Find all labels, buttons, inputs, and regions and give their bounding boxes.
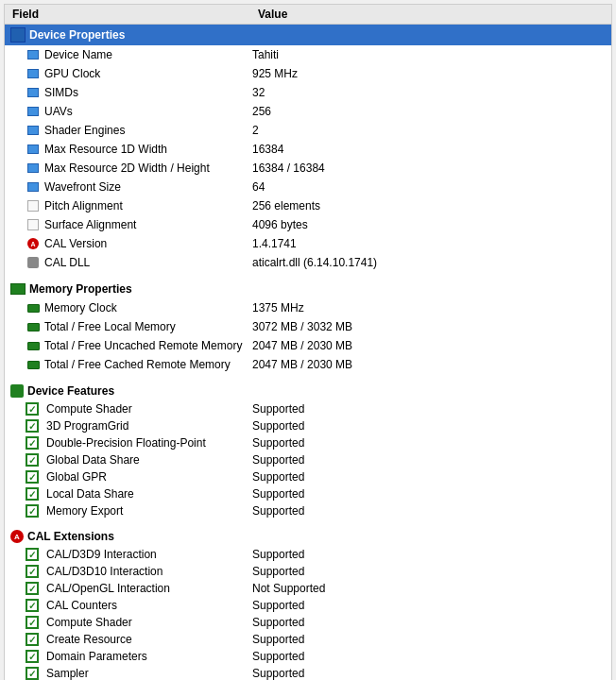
gpu-icon	[26, 85, 41, 100]
table-row: ✓ Compute Shader Supported	[5, 400, 611, 417]
check-icon: ✓	[26, 487, 39, 501]
align-icon	[26, 217, 41, 232]
memory-icon	[26, 338, 41, 353]
cal-section-icon: A	[10, 530, 24, 543]
memory-icon	[26, 300, 41, 315]
field-label: Max Resource 1D Width	[44, 143, 167, 156]
field-value: Supported	[252, 436, 606, 450]
field-value: Supported	[252, 565, 606, 578]
field-value: 256 elements	[252, 199, 606, 212]
table-row: GPU Clock 925 MHz	[5, 64, 611, 83]
field-column-header: Field	[12, 8, 258, 21]
field-value: 16384 / 16384	[252, 162, 606, 175]
table-row: CAL DLL aticalrt.dll (6.14.10.1741)	[5, 253, 611, 272]
check-icon: ✓	[26, 436, 39, 450]
cog-icon	[26, 255, 41, 270]
field-label: Max Resource 2D Width / Height	[44, 162, 210, 175]
field-label: Sampler	[46, 667, 89, 680]
field-value: Supported	[252, 616, 606, 629]
gpu-icon	[26, 104, 41, 119]
gpu-icon	[26, 179, 41, 195]
field-label: Device Name	[44, 48, 112, 61]
field-label: Shader Engines	[44, 124, 125, 137]
gpu-icon	[26, 66, 41, 81]
field-label: Memory Export	[46, 504, 123, 518]
field-value: 3072 MB / 3032 MB	[252, 320, 606, 333]
field-value: 1.4.1741	[252, 237, 606, 250]
gpu-icon	[26, 123, 41, 138]
field-value: Supported	[252, 548, 606, 561]
check-icon: ✓	[26, 599, 39, 612]
field-value: Supported	[252, 470, 606, 484]
field-value: 925 MHz	[252, 67, 606, 80]
table-row: Max Resource 1D Width 16384	[5, 140, 611, 159]
field-label: SIMDs	[44, 86, 78, 99]
field-label: Total / Free Cached Remote Memory	[44, 358, 231, 371]
table-row: ✓ Global GPR Supported	[5, 468, 611, 485]
table-row: Pitch Alignment 256 elements	[5, 196, 611, 215]
table-row: UAVs 256	[5, 102, 611, 121]
check-icon: ✓	[26, 504, 39, 518]
table-row: ✓ CAL/OpenGL Interaction Not Supported	[5, 580, 611, 597]
table-row: Total / Free Local Memory 3072 MB / 3032…	[5, 317, 611, 336]
field-value: 2047 MB / 2030 MB	[252, 339, 606, 352]
check-icon: ✓	[26, 565, 39, 578]
field-label: Total / Free Uncached Remote Memory	[44, 339, 242, 352]
field-label: 3D ProgramGrid	[46, 419, 128, 433]
field-label: Pitch Alignment	[44, 199, 123, 212]
field-value: Supported	[252, 650, 606, 663]
field-value: 64	[252, 180, 606, 194]
table-row: ✓ Sampler Supported	[5, 665, 611, 680]
field-value: Supported	[252, 419, 606, 433]
table-row: Surface Alignment 4096 bytes	[5, 215, 611, 234]
field-label: UAVs	[44, 105, 73, 118]
memory-icon	[26, 319, 41, 334]
table-row: A CAL Version 1.4.1741	[5, 234, 611, 253]
features-section-icon	[10, 384, 24, 398]
table-row: ✓ 3D ProgramGrid Supported	[5, 417, 611, 434]
field-value: Supported	[252, 599, 606, 612]
field-value: Tahiti	[252, 48, 606, 61]
field-label: Double-Precision Floating-Point	[46, 436, 206, 450]
check-icon: ✓	[26, 650, 39, 663]
gpu-icon	[26, 142, 41, 157]
check-icon: ✓	[26, 419, 39, 433]
field-value: Supported	[252, 504, 606, 518]
device-icon	[10, 27, 26, 42]
field-value: Supported	[252, 402, 606, 416]
table-row: SIMDs 32	[5, 83, 611, 102]
check-icon: ✓	[26, 470, 39, 484]
check-icon: ✓	[26, 453, 39, 467]
field-label: Create Resource	[46, 633, 132, 646]
section-device-features: Device Features	[5, 382, 611, 400]
field-label: Total / Free Local Memory	[44, 320, 176, 333]
field-label: Global GPR	[46, 470, 107, 484]
field-value: 2047 MB / 2030 MB	[252, 358, 606, 371]
table-header: Field Value	[5, 5, 611, 25]
field-label: Surface Alignment	[44, 218, 136, 231]
table-row: Total / Free Uncached Remote Memory 2047…	[5, 336, 611, 355]
field-label: CAL/D3D9 Interaction	[46, 548, 157, 561]
field-value: Supported	[252, 487, 606, 501]
field-value: 2	[252, 124, 606, 137]
check-icon: ✓	[26, 548, 39, 561]
table-row: Total / Free Cached Remote Memory 2047 M…	[5, 355, 611, 374]
memory-icon	[26, 357, 41, 372]
field-value: Supported	[252, 667, 606, 680]
section-cal-extensions: A CAL Extensions	[5, 527, 611, 546]
align-icon	[26, 198, 41, 213]
table-row: ✓ CAL/D3D10 Interaction Supported	[5, 563, 611, 580]
table-row: ✓ Create Resource Supported	[5, 631, 611, 648]
memory-section-icon	[10, 283, 26, 295]
check-icon: ✓	[26, 582, 39, 595]
field-label: Global Data Share	[46, 453, 140, 467]
section-memory-properties: Memory Properties	[5, 280, 611, 298]
table-row: Wavefront Size 64	[5, 178, 611, 196]
table-row: ✓ CAL/D3D9 Interaction Supported	[5, 546, 611, 563]
field-label: CAL Version	[44, 237, 107, 250]
field-label: Wavefront Size	[44, 180, 121, 194]
value-column-header: Value	[258, 8, 604, 21]
field-value: 16384	[252, 143, 606, 156]
field-label: CAL/D3D10 Interaction	[46, 565, 163, 578]
field-value: Supported	[252, 633, 606, 646]
